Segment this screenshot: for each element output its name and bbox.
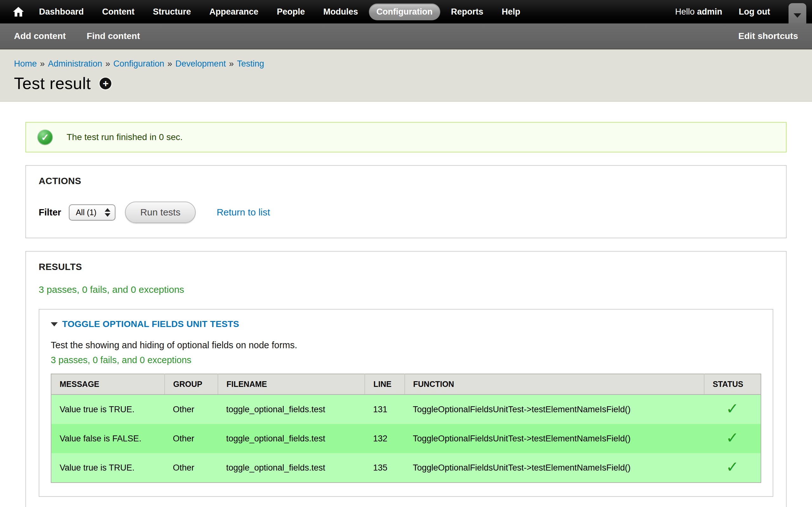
test-group-description: Test the showing and hiding of optional … <box>51 340 761 350</box>
shortcut-bar: Add content Find content Edit shortcuts <box>0 23 812 49</box>
cell-group: Other <box>165 395 218 424</box>
toolbar-item-structure[interactable]: Structure <box>145 3 199 20</box>
breadcrumb-separator: » <box>229 59 234 68</box>
chevron-down-icon <box>794 13 801 18</box>
table-row: Value false is FALSE. Other toggle_optio… <box>51 424 761 453</box>
test-group-title-text: TOGGLE OPTIONAL FIELDS UNIT TESTS <box>62 319 239 329</box>
breadcrumb: Home»Administration»Configuration»Develo… <box>14 59 798 69</box>
toolbar-item-help[interactable]: Help <box>494 3 528 20</box>
toolbar-item-content[interactable]: Content <box>95 3 142 20</box>
filter-select-value: All (1) <box>76 208 96 217</box>
actions-legend: ACTIONS <box>39 176 773 186</box>
main-content: ✓ The test run finished in 0 sec. ACTION… <box>0 122 812 507</box>
toolbar-item-reports[interactable]: Reports <box>444 3 491 20</box>
run-tests-button[interactable]: Run tests <box>125 202 196 223</box>
breadcrumb-separator: » <box>167 59 172 68</box>
toolbar-menu: Dashboard Content Structure Appearance P… <box>30 3 529 20</box>
status-ok-icon: ✓ <box>38 130 53 145</box>
breadcrumb-separator: » <box>40 59 45 68</box>
cell-filename: toggle_optional_fields.test <box>218 424 365 453</box>
toolbar-item-modules[interactable]: Modules <box>316 3 366 20</box>
admin-toolbar: Dashboard Content Structure Appearance P… <box>0 0 812 23</box>
toolbar-drawer-toggle-button[interactable] <box>789 3 806 23</box>
breadcrumb-separator: » <box>105 59 110 68</box>
filter-select[interactable]: All (1) <box>69 205 115 221</box>
filter-label: Filter <box>39 207 61 218</box>
cell-group: Other <box>165 453 218 483</box>
cell-function: ToggleOptionalFieldsUnitTest->testElemen… <box>405 453 704 483</box>
cell-message: Value true is TRUE. <box>51 453 165 483</box>
collapse-arrow-icon <box>51 322 58 326</box>
toolbar-item-configuration[interactable]: Configuration <box>369 3 440 20</box>
breadcrumb-administration[interactable]: Administration <box>48 59 102 68</box>
results-summary: 3 passes, 0 fails, and 0 exceptions <box>39 284 773 295</box>
cell-filename: toggle_optional_fields.test <box>218 395 365 424</box>
home-icon[interactable] <box>7 0 30 23</box>
table-row: Value true is TRUE. Other toggle_optiona… <box>51 395 761 424</box>
col-header-function: FUNCTION <box>405 374 704 395</box>
col-header-status: STATUS <box>704 374 761 395</box>
pass-check-icon: ✓ <box>726 400 739 417</box>
shortcut-add-content[interactable]: Add content <box>14 31 66 41</box>
cell-line: 131 <box>365 395 404 424</box>
breadcrumb-home[interactable]: Home <box>14 59 37 68</box>
return-to-list-link[interactable]: Return to list <box>217 207 270 218</box>
edit-shortcuts-link[interactable]: Edit shortcuts <box>739 31 798 41</box>
col-header-line: LINE <box>365 374 404 395</box>
col-header-message: MESSAGE <box>51 374 165 395</box>
greeting-prefix: Hello <box>675 7 695 16</box>
cell-function: ToggleOptionalFieldsUnitTest->testElemen… <box>405 395 704 424</box>
col-header-filename: FILENAME <box>218 374 365 395</box>
select-stepper-icon <box>105 208 110 217</box>
toolbar-item-appearance[interactable]: Appearance <box>202 3 266 20</box>
page-title: Test result <box>14 74 91 93</box>
test-group-summary: 3 passes, 0 fails, and 0 exceptions <box>51 355 761 365</box>
breadcrumb-development[interactable]: Development <box>175 59 226 68</box>
page-header: Home»Administration»Configuration»Develo… <box>0 49 812 102</box>
results-fieldset: RESULTS 3 passes, 0 fails, and 0 excepti… <box>26 251 786 507</box>
cell-group: Other <box>165 424 218 453</box>
add-to-shortcuts-icon[interactable]: + <box>100 78 111 89</box>
status-message-text: The test run finished in 0 sec. <box>67 132 183 142</box>
cell-status: ✓ <box>704 424 761 453</box>
test-group-title[interactable]: TOGGLE OPTIONAL FIELDS UNIT TESTS <box>51 319 761 329</box>
breadcrumb-configuration[interactable]: Configuration <box>113 59 164 68</box>
col-header-group: GROUP <box>165 374 218 395</box>
cell-status: ✓ <box>704 395 761 424</box>
actions-fieldset: ACTIONS Filter All (1) Run tests Return … <box>26 165 786 238</box>
results-legend: RESULTS <box>39 262 773 272</box>
cell-line: 132 <box>365 424 404 453</box>
cell-status: ✓ <box>704 453 761 483</box>
table-header-row: MESSAGE GROUP FILENAME LINE FUNCTION STA… <box>51 374 761 395</box>
cell-function: ToggleOptionalFieldsUnitTest->testElemen… <box>405 424 704 453</box>
cell-message: Value false is FALSE. <box>51 424 165 453</box>
pass-check-icon: ✓ <box>726 458 739 475</box>
username: admin <box>697 7 722 16</box>
toolbar-item-people[interactable]: People <box>269 3 313 20</box>
test-results-table: MESSAGE GROUP FILENAME LINE FUNCTION STA… <box>51 374 761 483</box>
pass-check-icon: ✓ <box>726 429 739 446</box>
user-greeting: Hello admin <box>675 7 722 17</box>
status-message: ✓ The test run finished in 0 sec. <box>26 122 786 153</box>
cell-filename: toggle_optional_fields.test <box>218 453 365 483</box>
test-group-fieldset: TOGGLE OPTIONAL FIELDS UNIT TESTS Test t… <box>39 309 773 497</box>
cell-line: 135 <box>365 453 404 483</box>
breadcrumb-testing[interactable]: Testing <box>237 59 264 68</box>
shortcut-find-content[interactable]: Find content <box>87 31 140 41</box>
toolbar-item-dashboard[interactable]: Dashboard <box>32 3 91 20</box>
table-row: Value true is TRUE. Other toggle_optiona… <box>51 453 761 483</box>
cell-message: Value true is TRUE. <box>51 395 165 424</box>
logout-link[interactable]: Log out <box>739 7 770 17</box>
